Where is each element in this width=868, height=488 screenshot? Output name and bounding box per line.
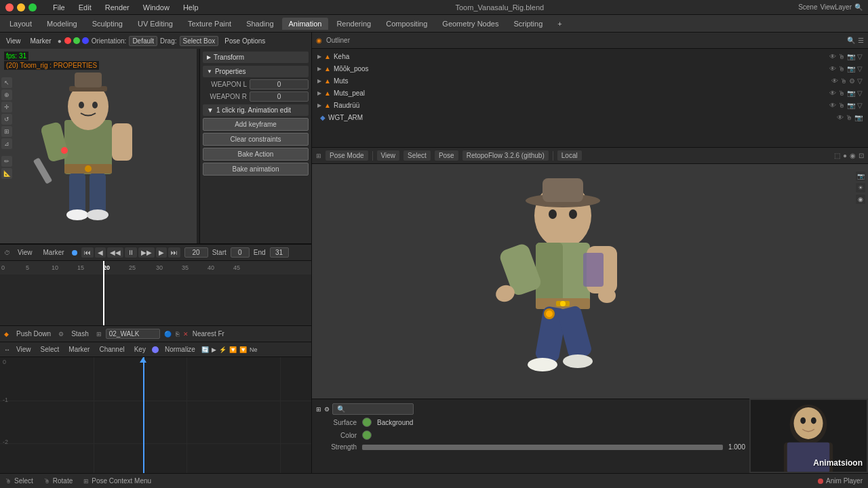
- timeline-content[interactable]: [0, 274, 311, 325]
- main-layout: View Marker ● Orientation: Default Drag:…: [0, 33, 868, 488]
- menu-file[interactable]: File: [50, 2, 68, 13]
- tl-marker[interactable]: Marker: [40, 247, 68, 258]
- vp-view[interactable]: View: [3, 36, 24, 46]
- tab-geometry-nodes[interactable]: Geometry Nodes: [435, 18, 505, 30]
- minimize-button[interactable]: [17, 3, 25, 12]
- maximize-button[interactable]: [28, 3, 37, 12]
- ppb-surface-dot[interactable]: [362, 418, 372, 427]
- menu-window[interactable]: Window: [140, 2, 172, 13]
- menu-edit[interactable]: Edit: [76, 2, 94, 13]
- properties-header[interactable]: ▼ Properties: [203, 66, 309, 77]
- tab-sculpting[interactable]: Sculpting: [85, 18, 130, 30]
- add-keyframe-btn[interactable]: Add keyframe: [203, 118, 309, 131]
- drag-select[interactable]: Select Box: [180, 36, 219, 46]
- gizmo-camera[interactable]: 📷: [856, 171, 865, 181]
- ae-content[interactable]: 0 -1 -2: [0, 357, 311, 488]
- clear-constraints-btn[interactable]: Clear constraints: [203, 133, 309, 146]
- weapon-r-label: WEAPON R: [203, 93, 247, 100]
- outliner-item-raudruu[interactable]: ▶ ▲ Raudrüü 👁 🖱 📷 ▽: [312, 99, 868, 111]
- tl-jump-end[interactable]: ⏭: [168, 247, 180, 258]
- tl-play[interactable]: ▶▶: [138, 247, 155, 258]
- tl-next-frame[interactable]: ▶: [156, 247, 167, 258]
- anim-section-header[interactable]: ▼ 1 click rig. Animation edit: [203, 104, 309, 116]
- ruler-35: 35: [182, 264, 189, 271]
- tab-uv-editing[interactable]: UV Editing: [131, 18, 180, 30]
- outliner-item-keha[interactable]: ▶ ▲ Keha 👁 🖱 📷 ▽: [312, 50, 868, 62]
- props-search-input[interactable]: [332, 403, 414, 415]
- tl-jump-start[interactable]: ⏮: [81, 247, 94, 258]
- pose-options[interactable]: Pose Options: [221, 36, 269, 46]
- tab-shading[interactable]: Shading: [239, 18, 280, 30]
- ppb-strength-bar[interactable]: [362, 445, 723, 450]
- outliner-item-mutspeal[interactable]: ▶ ▲ Muts_peal 👁 🖱 📷 ▽: [312, 87, 868, 99]
- weapon-r-value[interactable]: 0: [250, 92, 309, 102]
- bake-animation-btn[interactable]: Bake animation: [203, 163, 309, 176]
- gizmo-sun[interactable]: ☀: [856, 183, 865, 192]
- mvh-retopo[interactable]: RetopoFlow 3.2.6 (github): [462, 150, 549, 161]
- tab-animation[interactable]: Animation: [282, 18, 329, 30]
- tab-modeling[interactable]: Modeling: [40, 18, 84, 30]
- menu-help[interactable]: Help: [180, 2, 201, 13]
- close-button[interactable]: [5, 3, 14, 12]
- bake-action-btn[interactable]: Bake Action: [203, 148, 309, 161]
- tab-rendering[interactable]: Rendering: [330, 18, 378, 30]
- outliner-item-wgtarm[interactable]: ◆ WGT_ARM 👁 🖱 📷: [312, 111, 868, 123]
- viewport-resize-handle[interactable]: [197, 49, 199, 243]
- mvh-pose[interactable]: Pose: [435, 150, 458, 161]
- mvh-solid-icon[interactable]: ●: [843, 152, 847, 159]
- ae-key[interactable]: Key: [131, 344, 149, 354]
- name-mutspeal: Muts_peal: [334, 89, 827, 97]
- ae-push-down[interactable]: Push Down: [13, 329, 54, 339]
- gizmo-material[interactable]: ◉: [856, 195, 865, 204]
- ae-action-name[interactable]: [106, 329, 160, 339]
- mvh-wire-icon[interactable]: ⬚: [834, 152, 840, 159]
- svg-point-8: [66, 209, 88, 220]
- tl-start-label: Start: [212, 249, 226, 256]
- menu-render[interactable]: Render: [102, 2, 132, 13]
- tab-texture-paint[interactable]: Texture Paint: [181, 18, 238, 30]
- mvh-full-icon[interactable]: ⊡: [859, 152, 864, 159]
- ae-select[interactable]: Select: [37, 344, 63, 354]
- transform-header[interactable]: ▶ Transform: [203, 52, 309, 63]
- rotate-tool[interactable]: ↺: [1, 114, 12, 125]
- tl-view[interactable]: View: [14, 247, 36, 258]
- weapon-l-value[interactable]: 0: [250, 79, 309, 89]
- tab-layout[interactable]: Layout: [3, 18, 39, 30]
- tl-play-back[interactable]: ◀◀: [107, 247, 123, 258]
- tl-current-frame[interactable]: [184, 247, 208, 258]
- mvh-local[interactable]: Local: [557, 150, 582, 161]
- outliner-search-icon[interactable]: 🔍: [847, 37, 855, 44]
- ae-marker[interactable]: Marker: [65, 344, 93, 354]
- outliner-item-muts[interactable]: ▶ ▲ Muts 👁 🖱 ⚙ ▽: [312, 75, 868, 87]
- scale-tool[interactable]: ⊞: [1, 126, 12, 137]
- outliner-filter-icon[interactable]: ☰: [858, 37, 864, 44]
- mvh-pose-mode[interactable]: Pose Mode: [326, 150, 368, 161]
- tl-dot: [72, 250, 77, 256]
- tl-prev-frame[interactable]: ◀: [95, 247, 106, 258]
- tab-compositing[interactable]: Compositing: [379, 18, 434, 30]
- tl-start-val[interactable]: [231, 247, 250, 258]
- ae-stash[interactable]: Stash: [68, 329, 92, 339]
- outliner-item-mookpoos[interactable]: ▶ ▲ Mõõk_poos 👁 🖱 📷 ▽: [312, 62, 868, 75]
- tab-add[interactable]: +: [551, 18, 568, 30]
- tl-end-val[interactable]: [270, 247, 289, 258]
- mvh-view[interactable]: View: [377, 150, 400, 161]
- annotation-tool[interactable]: ✏: [1, 156, 12, 167]
- move-tool[interactable]: ✛: [1, 102, 12, 113]
- select-tool[interactable]: ↖: [1, 77, 12, 88]
- measure-tool[interactable]: 📐: [1, 168, 12, 179]
- ae-view[interactable]: View: [13, 344, 35, 354]
- ruler-45: 45: [233, 264, 240, 271]
- tab-scripting[interactable]: Scripting: [507, 18, 549, 30]
- ppb-color-dot[interactable]: [362, 430, 372, 440]
- vp-marker[interactable]: Marker: [27, 36, 55, 46]
- transform-tool[interactable]: ⊿: [1, 138, 12, 149]
- tl-pause[interactable]: ⏸: [125, 247, 137, 258]
- ae-channel[interactable]: Channel: [96, 344, 127, 354]
- name-muts: Muts: [334, 77, 829, 85]
- mvh-select[interactable]: Select: [403, 150, 431, 161]
- cursor-tool[interactable]: ⊕: [1, 89, 12, 100]
- ae-normalize[interactable]: Normalize: [161, 344, 199, 354]
- mvh-rendered-icon[interactable]: ◉: [850, 152, 856, 159]
- orientation-select[interactable]: Default: [129, 36, 157, 46]
